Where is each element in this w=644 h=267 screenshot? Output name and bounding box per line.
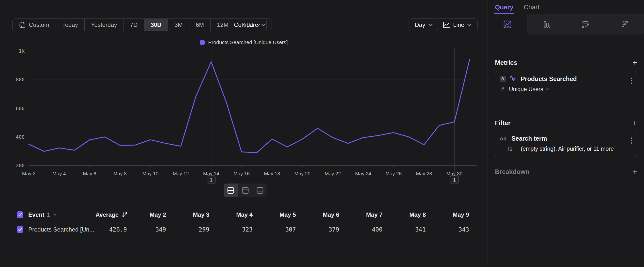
table-focus-view-button[interactable]	[253, 183, 267, 197]
granularity-label: Day	[415, 22, 425, 28]
split-view-icon	[226, 186, 235, 194]
compare-button[interactable]: Compare	[228, 19, 272, 31]
average-value: 426.9	[109, 226, 127, 233]
x-axis-label: May 28	[416, 171, 432, 176]
table-cell: 299	[176, 222, 219, 237]
event-header-label: Event	[28, 211, 44, 218]
x-axis-label: May 4	[52, 171, 66, 176]
add-breakdown-button[interactable]: +	[632, 168, 637, 176]
metric-letter-badge: A	[500, 76, 506, 82]
y-axis-label: 200	[16, 163, 24, 168]
line-chart-icon	[442, 21, 450, 29]
table-header-first-cell: Event 1 Average	[0, 208, 132, 222]
sidebar-content: Metrics + A Products Searched # Unique	[488, 59, 644, 176]
annotation-badge-label: 1	[453, 177, 456, 182]
flows-tab[interactable]	[605, 14, 644, 35]
x-axis-label: May 18	[264, 171, 280, 176]
sort-descending-icon[interactable]	[122, 212, 127, 218]
chart-type-button[interactable]: Line	[436, 19, 478, 31]
sidebar-tabs: Query Chart	[488, 0, 644, 14]
calendar-icon	[19, 22, 26, 28]
metric-card[interactable]: A Products Searched # Unique Users	[495, 71, 637, 97]
range-3m[interactable]: 3M	[168, 19, 189, 31]
column-header[interactable]: May 8	[392, 208, 435, 222]
table-cell: 379	[305, 222, 348, 237]
x-axis-label: May 12	[173, 171, 189, 176]
event-click-icon	[510, 75, 517, 83]
query-sidebar: Query Chart Metrics + A Products Searche…	[488, 0, 644, 267]
x-axis-label: May 8	[114, 171, 127, 176]
add-filter-button[interactable]: +	[632, 119, 637, 127]
line-chart-icon	[502, 20, 512, 29]
filter-card[interactable]: Aa Search term Is (empty string), Air pu…	[495, 131, 637, 157]
granularity-button[interactable]: Day	[408, 19, 439, 31]
string-property-icon: Aa	[500, 135, 506, 142]
tab-chart[interactable]: Chart	[524, 0, 540, 14]
table-row-first-cell: Products Searched [Un... 426.9	[0, 222, 132, 237]
column-header[interactable]: May 9	[435, 208, 478, 222]
filter-header: Filter +	[495, 119, 637, 127]
table-header-row: Event 1 Average May 2May 3May 4May 5May …	[0, 208, 488, 222]
average-header-label[interactable]: Average	[96, 211, 118, 218]
breakdown-header: Breakdown +	[495, 168, 637, 176]
column-header[interactable]: May 4	[219, 208, 262, 222]
chevron-down-icon[interactable]	[53, 213, 57, 216]
funnels-tab[interactable]	[527, 14, 566, 35]
annotation-badge-label: 1	[210, 177, 212, 182]
line-chart[interactable]: 1K80060040020011May 2May 4May 6May 8May …	[0, 37, 488, 195]
chevron-down-icon	[261, 24, 266, 26]
add-metric-button[interactable]: +	[632, 59, 637, 67]
x-axis-label: May 26	[386, 171, 402, 176]
table-focus-view-icon	[256, 186, 264, 194]
column-header[interactable]: May 6	[305, 208, 348, 222]
results-table: Event 1 Average May 2May 3May 4May 5May …	[0, 208, 488, 237]
column-header[interactable]: May 5	[262, 208, 305, 222]
column-header[interactable]: May 3	[176, 208, 219, 222]
metrics-header: Metrics +	[495, 59, 637, 67]
filter-options-menu[interactable]	[630, 136, 633, 145]
range-30d[interactable]: 30D	[144, 19, 168, 31]
y-axis-label: 400	[16, 134, 24, 140]
insights-tab[interactable]	[488, 14, 527, 35]
chart-only-view-icon	[241, 186, 250, 194]
measure-type-icon: #	[501, 86, 509, 93]
chevron-down-icon	[546, 88, 549, 91]
filter-property-name: Search term	[512, 135, 547, 142]
range-today[interactable]: Today	[56, 19, 84, 31]
analytics-app: CustomTodayYesterday7D30D3M6M12MXTD Comp…	[0, 0, 644, 267]
range-yesterday[interactable]: Yesterday	[84, 19, 124, 31]
select-all-checkbox[interactable]	[17, 211, 23, 218]
table-cell: 341	[392, 222, 435, 237]
measure-dropdown[interactable]: Unique Users	[509, 86, 549, 93]
x-axis-label: May 22	[325, 171, 341, 176]
row-checkbox[interactable]	[17, 226, 23, 233]
main-area: CustomTodayYesterday7D30D3M6M12MXTD Comp…	[0, 0, 488, 267]
split-view-button[interactable]	[224, 183, 238, 197]
range-7d[interactable]: 7D	[124, 19, 144, 31]
range-6m[interactable]: 6M	[190, 19, 210, 31]
table-row[interactable]: Products Searched [Un... 426.9 349299323…	[0, 222, 488, 237]
chevron-down-icon	[467, 24, 472, 26]
y-axis-label: 800	[16, 77, 24, 83]
metrics-title: Metrics	[495, 59, 517, 67]
x-axis-label: May 16	[234, 171, 250, 176]
tab-query[interactable]: Query	[495, 0, 514, 14]
y-axis-label: 1K	[19, 48, 24, 54]
chart-only-view-button[interactable]	[238, 183, 253, 197]
chevron-down-icon	[428, 24, 433, 26]
metric-name: Products Searched	[521, 75, 577, 83]
table-cell: 349	[132, 222, 176, 237]
report-type-tabs	[488, 14, 644, 35]
filter-value[interactable]: (empty string), Air purifier, or 11 more	[521, 146, 614, 152]
table-cell: 343	[435, 222, 478, 237]
metric-options-menu[interactable]	[630, 77, 633, 85]
series-line[interactable]	[29, 60, 470, 153]
layout-toggle-group	[224, 183, 267, 197]
table-cell: 307	[262, 222, 305, 237]
range-custom[interactable]: Custom	[12, 19, 56, 31]
retention-tab[interactable]	[566, 14, 605, 35]
x-axis-label: May 10	[142, 171, 159, 176]
column-header[interactable]: May 2	[132, 208, 176, 222]
column-header[interactable]: May 7	[348, 208, 392, 222]
x-axis-label: May 2	[22, 171, 36, 176]
